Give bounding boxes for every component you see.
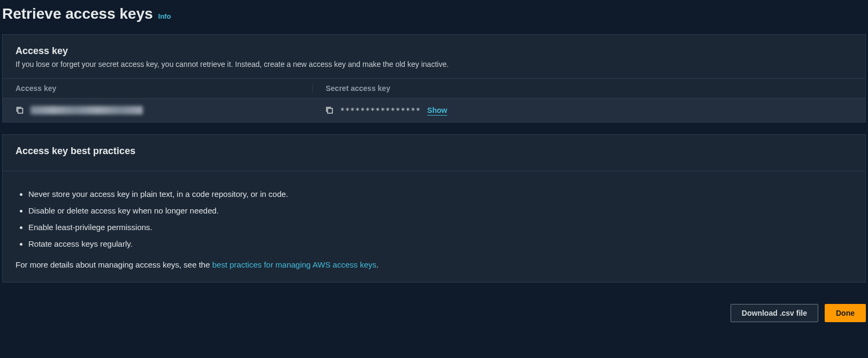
svg-rect-1 — [328, 109, 333, 113]
list-item: Never store your access key in plain tex… — [28, 188, 852, 200]
best-practices-header: Access key best practices — [3, 135, 865, 171]
svg-rect-0 — [18, 109, 23, 113]
access-key-panel-title: Access key — [16, 45, 852, 57]
access-key-value-redacted — [30, 106, 143, 115]
secret-key-masked-value: **************** — [340, 106, 421, 115]
access-key-panel-header: Access key If you lose or forget your se… — [3, 35, 865, 79]
copy-icon[interactable] — [16, 106, 24, 115]
best-practices-footer-text: For more details about managing access k… — [16, 260, 852, 269]
list-item: Enable least-privilege permissions. — [28, 222, 852, 233]
footer-suffix: . — [377, 260, 379, 269]
access-key-cell — [16, 106, 312, 115]
best-practices-body: Never store your access key in plain tex… — [3, 171, 865, 282]
column-header-secret-key: Secret access key — [312, 84, 852, 93]
done-button[interactable]: Done — [825, 304, 866, 322]
best-practices-doc-link[interactable]: best practices for managing AWS access k… — [212, 260, 377, 269]
access-key-panel-desc: If you lose or forget your secret access… — [16, 60, 852, 68]
key-columns-header: Access key Secret access key — [3, 79, 865, 98]
footer-actions: Download .csv file Done — [0, 299, 868, 322]
info-link[interactable]: Info — [158, 12, 171, 20]
show-secret-button[interactable]: Show — [427, 106, 447, 115]
list-item: Rotate access keys regularly. — [28, 238, 852, 249]
download-csv-button[interactable]: Download .csv file — [731, 304, 818, 322]
list-item: Disable or delete access key when no lon… — [28, 205, 852, 216]
best-practices-list: Never store your access key in plain tex… — [16, 188, 852, 249]
page-title: Retrieve access keys — [2, 5, 153, 22]
access-key-panel: Access key If you lose or forget your se… — [2, 34, 866, 123]
secret-key-cell: **************** Show — [312, 106, 852, 115]
page-header: Retrieve access keys Info — [0, 0, 868, 34]
key-row: **************** Show — [3, 98, 865, 122]
footer-prefix: For more details about managing access k… — [16, 260, 212, 269]
column-header-access-key: Access key — [16, 84, 312, 93]
best-practices-title: Access key best practices — [16, 146, 852, 157]
best-practices-panel: Access key best practices Never store yo… — [2, 134, 866, 283]
copy-icon[interactable] — [325, 106, 334, 115]
